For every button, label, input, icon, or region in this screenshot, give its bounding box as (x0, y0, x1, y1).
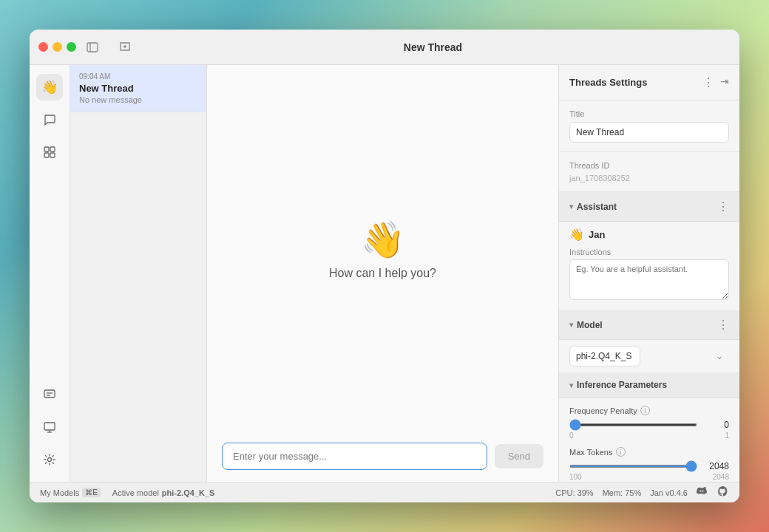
max-tokens-info-icon[interactable]: i (616, 447, 626, 457)
title-label: Title (569, 109, 729, 118)
svg-rect-6 (44, 153, 49, 157)
frequency-penalty-value: 0 (703, 420, 729, 430)
threads-id-value: jan_1708308252 (569, 174, 729, 183)
cpu-label: CPU: 39% (555, 488, 593, 497)
thread-list: 09:04 AM New Thread No new message (70, 65, 207, 482)
sidebar-item-home[interactable]: 👋 (36, 74, 63, 100)
svg-rect-0 (87, 43, 98, 52)
sidebar-item-settings[interactable] (36, 446, 63, 473)
titlebar: New Thread (30, 30, 739, 65)
chat-area: 👋 How can I help you? Send (207, 65, 558, 482)
assistant-chevron-icon[interactable]: ▾ (569, 202, 573, 211)
title-section: Title (559, 100, 739, 152)
svg-rect-7 (50, 153, 55, 157)
max-tokens-range: 100 2048 (569, 473, 729, 481)
chat-messages: 👋 How can I help you? (207, 65, 558, 434)
right-panel-header: Threads Settings ⋮ ⇥ (559, 65, 739, 100)
active-model-value: phi-2.Q4_K_S (162, 488, 215, 497)
thread-list-item[interactable]: 09:04 AM New Thread No new message (70, 65, 206, 112)
main-window: New Thread 👋 (30, 30, 739, 502)
frequency-penalty-info-icon[interactable]: i (640, 406, 650, 415)
chat-input[interactable] (222, 443, 487, 470)
frequency-penalty-label: Frequency Penalty i (569, 406, 729, 415)
github-icon[interactable] (717, 485, 729, 499)
model-chevron-icon[interactable]: ▾ (569, 321, 573, 329)
close-button[interactable] (38, 42, 48, 52)
more-options-icon[interactable]: ⋮ (702, 75, 714, 89)
sidebar: 👋 (30, 65, 70, 482)
active-model-item: Active model phi-2.Q4_K_S (112, 488, 215, 497)
max-tokens-slider[interactable] (569, 465, 697, 468)
sidebar-item-chat[interactable] (36, 106, 63, 133)
main-content: 👋 (30, 65, 739, 482)
model-section-title: ▾ Model (569, 320, 603, 330)
max-tokens-label: Max Tokens i (569, 447, 729, 457)
inference-section-header: ▾ Inference Parameters (559, 372, 739, 398)
max-tokens-min: 100 (569, 473, 582, 481)
chat-input-area: Send (207, 434, 558, 482)
inference-chevron-icon[interactable]: ▾ (569, 381, 573, 389)
discord-icon[interactable] (697, 485, 708, 499)
assistant-label: Assistant (577, 202, 617, 212)
my-models-shortcut: ⌘E (82, 488, 101, 497)
sidebar-toggle-icon[interactable] (85, 40, 100, 55)
frequency-penalty-range: 0 1 (569, 432, 729, 440)
thread-preview: No new message (79, 95, 197, 104)
svg-point-14 (48, 458, 52, 462)
instructions-textarea[interactable] (569, 259, 729, 300)
send-button[interactable]: Send (495, 444, 543, 468)
my-models-label: My Models (40, 488, 79, 497)
mem-label: Mem: 75% (603, 488, 642, 497)
assistant-name: Jan (589, 229, 605, 240)
threads-id-section: Threads ID jan_1708308252 (559, 152, 739, 192)
frequency-penalty-slider[interactable] (569, 423, 697, 426)
inference-section-title: ▾ Inference Parameters (569, 380, 667, 390)
assistant-section-header: ▾ Assistant ⋮ (559, 192, 739, 222)
frequency-penalty-max: 1 (725, 432, 729, 440)
my-models-item[interactable]: My Models ⌘E (40, 488, 101, 497)
sidebar-bottom (36, 381, 63, 473)
collapse-icon[interactable]: ⇥ (720, 75, 729, 89)
right-panel: Threads Settings ⋮ ⇥ Title Threads ID ja… (558, 65, 739, 482)
max-tokens-max: 2048 (713, 473, 729, 481)
title-input[interactable] (569, 122, 729, 143)
welcome-icon: 👋 (361, 219, 405, 261)
active-model-label: Active model (112, 488, 159, 497)
model-select-wrapper: phi-2.Q4_K_S phi-2.Q4_K_M llama2.Q4 (569, 346, 729, 366)
status-bar: My Models ⌘E Active model phi-2.Q4_K_S C… (30, 482, 739, 502)
model-label: Model (577, 320, 603, 330)
instructions-label: Instructions (559, 248, 739, 259)
svg-rect-5 (50, 147, 55, 151)
right-panel-icons: ⋮ ⇥ (702, 75, 729, 89)
model-select-row: phi-2.Q4_K_S phi-2.Q4_K_M llama2.Q4 (559, 340, 739, 372)
svg-rect-8 (44, 390, 55, 398)
thread-name: New Thread (79, 83, 197, 94)
model-menu-icon[interactable]: ⋮ (717, 318, 729, 332)
sidebar-item-grid[interactable] (36, 139, 63, 166)
assistant-menu-icon[interactable]: ⋮ (717, 200, 729, 214)
right-panel-title: Threads Settings (569, 77, 647, 88)
sidebar-item-monitor[interactable] (36, 414, 63, 440)
assistant-section-title: ▾ Assistant (569, 202, 617, 212)
sidebar-item-messages[interactable] (36, 381, 63, 408)
inference-section: Frequency Penalty i 0 0 1 Max Tokens i (559, 398, 739, 482)
model-select[interactable]: phi-2.Q4_K_S phi-2.Q4_K_M llama2.Q4 (569, 346, 640, 366)
version-label: Jan v0.4.6 (650, 488, 688, 497)
svg-rect-11 (44, 423, 55, 430)
window-title: New Thread (135, 41, 731, 53)
minimize-button[interactable] (52, 42, 62, 52)
thread-time: 09:04 AM (79, 72, 197, 81)
maximize-button[interactable] (67, 42, 76, 52)
max-tokens-value: 2048 (703, 461, 729, 471)
svg-rect-4 (44, 147, 49, 151)
model-section-header: ▾ Model ⋮ (559, 310, 739, 340)
frequency-penalty-min: 0 (569, 432, 574, 440)
welcome-text: How can I help you? (329, 267, 436, 280)
frequency-penalty-slider-row: 0 (569, 420, 729, 430)
assistant-avatar: 👋 (569, 228, 584, 242)
traffic-lights (38, 42, 76, 52)
threads-id-label: Threads ID (569, 161, 729, 170)
max-tokens-slider-row: 2048 (569, 461, 729, 471)
new-chat-icon[interactable] (115, 37, 135, 58)
inference-label: Inference Parameters (577, 380, 667, 390)
